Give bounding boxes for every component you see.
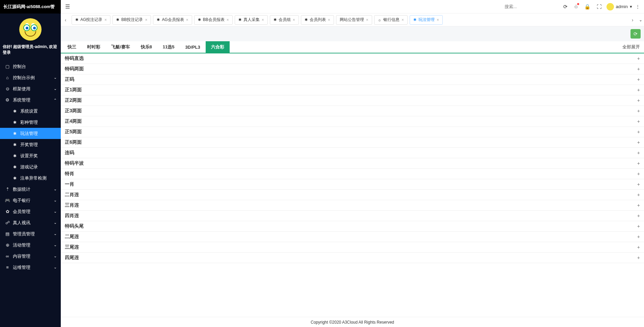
nav-item-6[interactable]: ✿会员管理⌄ — [0, 206, 61, 217]
plus-icon: + — [637, 150, 640, 156]
close-icon[interactable]: × — [437, 18, 439, 22]
category-tab-2[interactable]: 飞艇/赛车 — [106, 41, 135, 53]
nav-item-11[interactable]: ≡运维管理⌄ — [0, 262, 61, 273]
refresh-icon[interactable]: ⟳ — [563, 4, 568, 10]
nav-sub-label: 彩种管理 — [20, 119, 38, 125]
nav-item-10[interactable]: ∞内容管理⌄ — [0, 251, 61, 262]
accordion-item-11[interactable]: 特肖+ — [61, 169, 644, 179]
tab-label: 网站公告管理 — [340, 17, 364, 23]
close-icon[interactable]: × — [402, 18, 404, 22]
tab-5[interactable]: ✱会员组× — [270, 15, 299, 25]
nav-item-7[interactable]: ☍真人视讯⌄ — [0, 217, 61, 228]
nav-sub-item-2[interactable]: ✱玩法管理 — [0, 128, 61, 139]
accordion-item-12[interactable]: 一肖+ — [61, 179, 644, 190]
bell-icon[interactable]: ♧ — [574, 4, 578, 10]
tab-4[interactable]: ✱真人采集× — [235, 15, 268, 25]
chevron-down-icon: ⌄ — [54, 265, 57, 270]
tab-7[interactable]: 网站公告管理× — [336, 15, 372, 25]
nav-label: 控制台示例 — [13, 75, 35, 81]
tab-3[interactable]: ✱BB会员报表× — [194, 15, 233, 25]
nav-label: 数据统计 — [13, 186, 30, 192]
content-scroll[interactable]: 特码直选+特码两面+正码+正1两面+正2两面+正3两面+正4两面+正5两面+正6… — [61, 53, 644, 317]
tabs-scroll-left[interactable]: ‹ — [61, 14, 70, 26]
nav-item-5[interactable]: 🎮电子银行⌄ — [0, 195, 61, 206]
close-icon[interactable]: × — [104, 18, 107, 22]
category-tab-3[interactable]: 快乐8 — [135, 41, 157, 53]
more-icon[interactable]: ⋮ — [636, 4, 640, 9]
nav-item-8[interactable]: ▤管理员管理⌄ — [0, 228, 61, 239]
nav-sub-item-0[interactable]: ✱系统设置 — [0, 106, 61, 117]
accordion-label: 正码 — [65, 76, 74, 83]
refresh-button[interactable]: ⟳ — [630, 29, 641, 39]
tab-8[interactable]: ☼银行信息× — [374, 15, 408, 25]
accordion-item-1[interactable]: 特码两面+ — [61, 64, 644, 74]
accordion-item-14[interactable]: 三肖连+ — [61, 200, 644, 211]
nav-item-4[interactable]: ⇡数据统计⌄ — [0, 184, 61, 195]
tab-9[interactable]: ✱玩法管理× — [410, 15, 443, 25]
close-icon[interactable]: × — [145, 18, 147, 22]
user-menu[interactable]: admin ▾ — [607, 3, 632, 10]
nav-item-9[interactable]: ⊕活动管理⌄ — [0, 239, 61, 251]
accordion-item-9[interactable]: 连码+ — [61, 148, 644, 158]
nav-sub-item-4[interactable]: ✱设置开奖 — [0, 150, 61, 161]
tab-label: AG会员报表 — [162, 17, 184, 23]
plus-icon: + — [637, 224, 640, 229]
accordion-item-7[interactable]: 正5两面+ — [61, 127, 644, 137]
close-icon[interactable]: × — [366, 18, 368, 22]
category-tab-5[interactable]: 3D/PL3 — [180, 42, 206, 52]
nav-item-2[interactable]: ⊝框架使用⌄ — [0, 83, 61, 94]
topbar: ☰ ⟳ ♧ 🔒 ⛶ admin ▾ ⋮ — [61, 0, 644, 14]
accordion-item-2[interactable]: 正码+ — [61, 74, 644, 85]
accordion-item-13[interactable]: 二肖连+ — [61, 190, 644, 200]
expand-all-button[interactable]: 全部展开 — [618, 41, 644, 53]
accordion-item-17[interactable]: 二尾连+ — [61, 232, 644, 242]
search-input[interactable] — [503, 2, 557, 11]
tab-label: BB投注记录 — [121, 17, 143, 23]
close-icon[interactable]: × — [227, 18, 229, 22]
tab-icon: ✱ — [238, 18, 241, 22]
accordion-item-0[interactable]: 特码直选+ — [61, 53, 644, 64]
accordion-item-18[interactable]: 三尾连+ — [61, 242, 644, 253]
close-icon[interactable]: × — [328, 18, 330, 22]
nav-item-0[interactable]: ▢控制台 — [0, 61, 61, 72]
nav-sub-item-1[interactable]: ✱彩种管理 — [0, 117, 61, 128]
tab-2[interactable]: ✱AG会员报表× — [153, 15, 192, 25]
nav-sub-label: 玩法管理 — [20, 131, 38, 137]
accordion-item-19[interactable]: 四尾连+ — [61, 253, 644, 263]
accordion-item-15[interactable]: 四肖连+ — [61, 211, 644, 221]
search-box — [503, 2, 557, 11]
nav-icon: ⌂ — [5, 75, 10, 80]
accordion-item-8[interactable]: 正6两面+ — [61, 137, 644, 148]
accordion-item-4[interactable]: 正2两面+ — [61, 95, 644, 106]
user-name: admin — [616, 4, 628, 9]
nav-sub-item-5[interactable]: ✱游戏记录 — [0, 161, 61, 172]
close-icon[interactable]: × — [262, 18, 264, 22]
close-icon[interactable]: × — [293, 18, 295, 22]
accordion-item-16[interactable]: 特码头尾+ — [61, 221, 644, 232]
chevron-down-icon: ⌄ — [54, 87, 57, 91]
tabs-scroll-right[interactable]: › — [628, 14, 637, 26]
category-tab-4[interactable]: 11选5 — [157, 41, 180, 53]
tab-6[interactable]: ✱会员列表× — [301, 15, 334, 25]
nav-sub-item-6[interactable]: ✱注单异常检测 — [0, 172, 61, 184]
plus-icon: + — [637, 255, 640, 260]
category-tab-0[interactable]: 快三 — [62, 41, 82, 53]
nav-item-3[interactable]: ⚙系统管理⌄ — [0, 94, 61, 106]
tab-0[interactable]: ✱AG投注记录× — [72, 15, 110, 25]
accordion-item-6[interactable]: 正4两面+ — [61, 116, 644, 127]
accordion-item-5[interactable]: 正3两面+ — [61, 106, 644, 116]
fullscreen-icon[interactable]: ⛶ — [597, 4, 602, 9]
lock-icon[interactable]: 🔒 — [584, 4, 591, 10]
nav-item-1[interactable]: ⌂控制台示例⌄ — [0, 72, 61, 83]
category-tab-6[interactable]: 六合彩 — [206, 41, 230, 53]
menu-toggle-icon[interactable]: ☰ — [61, 0, 74, 14]
accordion-item-3[interactable]: 正1两面+ — [61, 85, 644, 95]
nav-label: 框架使用 — [13, 86, 30, 92]
category-tab-1[interactable]: 时时彩 — [82, 41, 106, 53]
nav-sub-item-3[interactable]: ✱开奖管理 — [0, 139, 61, 150]
bullet-icon: ✱ — [12, 176, 18, 181]
tabs-dropdown-icon[interactable]: ⌄ — [637, 14, 644, 26]
close-icon[interactable]: × — [186, 18, 188, 22]
tab-1[interactable]: ✱BB投注记录× — [112, 15, 151, 25]
accordion-item-10[interactable]: 特码半波+ — [61, 158, 644, 169]
